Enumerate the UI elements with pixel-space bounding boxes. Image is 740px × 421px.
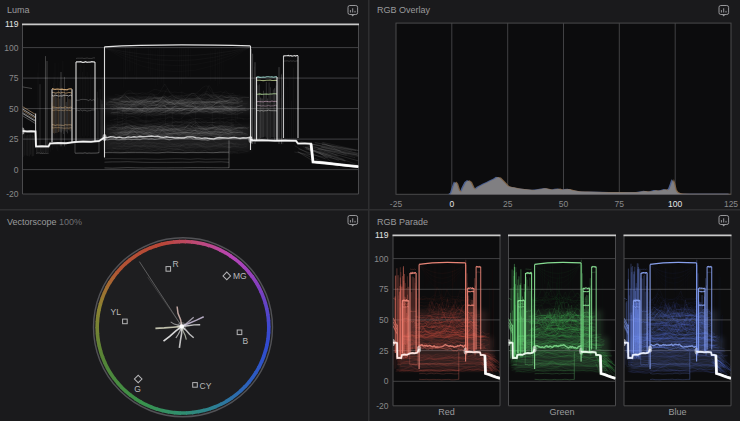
svg-text:25: 25 <box>379 346 389 356</box>
svg-text:0: 0 <box>384 376 389 386</box>
svg-text:G: G <box>134 384 141 394</box>
svg-text:RGB Parade: RGB Parade <box>377 217 428 227</box>
svg-text:119: 119 <box>5 19 19 29</box>
svg-text:50: 50 <box>9 104 19 114</box>
svg-text:-20: -20 <box>6 189 19 199</box>
svg-text:100: 100 <box>668 199 682 209</box>
svg-text:Blue: Blue <box>668 407 686 417</box>
svg-text:50: 50 <box>559 199 569 209</box>
svg-text:R: R <box>173 259 179 269</box>
svg-text:100%: 100% <box>59 217 82 227</box>
svg-text:RGB Overlay: RGB Overlay <box>377 5 431 15</box>
svg-text:B: B <box>243 336 249 346</box>
svg-text:100: 100 <box>4 43 18 53</box>
svg-text:MG: MG <box>233 271 247 281</box>
svg-text:75: 75 <box>9 73 19 83</box>
svg-text:-20: -20 <box>376 401 389 411</box>
svg-text:75: 75 <box>379 284 389 294</box>
svg-text:Luma: Luma <box>7 5 30 15</box>
svg-text:Red: Red <box>438 407 455 417</box>
svg-text:125: 125 <box>724 199 738 209</box>
svg-text:YL: YL <box>111 307 122 317</box>
svg-text:0: 0 <box>14 165 19 175</box>
svg-text:0: 0 <box>449 199 454 209</box>
svg-text:75: 75 <box>615 199 625 209</box>
svg-text:Vectorscope: Vectorscope <box>7 217 57 227</box>
svg-text:-25: -25 <box>390 199 403 209</box>
svg-text:Green: Green <box>549 407 574 417</box>
svg-text:50: 50 <box>379 315 389 325</box>
svg-text:25: 25 <box>9 134 19 144</box>
svg-text:100: 100 <box>374 254 388 264</box>
svg-text:25: 25 <box>503 199 513 209</box>
svg-text:CY: CY <box>200 381 212 391</box>
svg-text:119: 119 <box>375 230 389 240</box>
